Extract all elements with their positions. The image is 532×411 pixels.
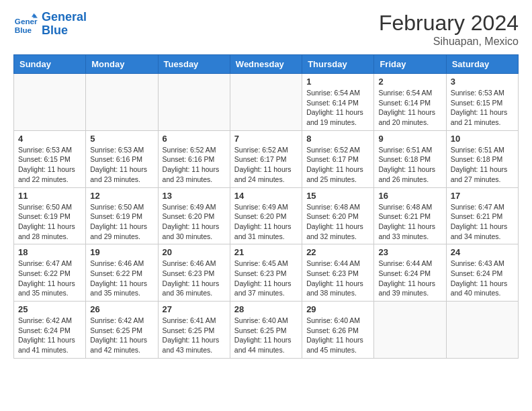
day-number: 19: [90, 247, 153, 257]
calendar-cell: 2Sunrise: 6:54 AM Sunset: 6:14 PM Daylig…: [374, 74, 446, 131]
calendar-cell: 28Sunrise: 6:40 AM Sunset: 6:25 PM Dayli…: [230, 302, 302, 359]
day-header-monday: Monday: [86, 55, 158, 74]
calendar-cell: [86, 74, 158, 131]
day-number: 22: [306, 247, 369, 257]
day-info: Sunrise: 6:44 AM Sunset: 6:23 PM Dayligh…: [306, 259, 369, 298]
week-row-5: 25Sunrise: 6:42 AM Sunset: 6:24 PM Dayli…: [14, 302, 519, 359]
day-info: Sunrise: 6:53 AM Sunset: 6:16 PM Dayligh…: [90, 145, 153, 185]
day-info: Sunrise: 6:49 AM Sunset: 6:20 PM Dayligh…: [234, 202, 298, 242]
calendar-cell: 24Sunrise: 6:43 AM Sunset: 6:24 PM Dayli…: [446, 244, 518, 302]
day-number: 4: [18, 134, 81, 144]
day-number: 5: [90, 134, 153, 144]
header: General Blue General Blue February 2024 …: [13, 11, 519, 48]
day-number: 13: [163, 191, 226, 201]
day-number: 23: [378, 247, 441, 257]
calendar-title: February 2024: [379, 11, 519, 36]
day-header-friday: Friday: [374, 55, 446, 74]
week-row-2: 4Sunrise: 6:53 AM Sunset: 6:15 PM Daylig…: [14, 130, 519, 187]
day-info: Sunrise: 6:41 AM Sunset: 6:25 PM Dayligh…: [163, 316, 226, 355]
day-number: 6: [163, 134, 226, 144]
day-info: Sunrise: 6:40 AM Sunset: 6:25 PM Dayligh…: [234, 316, 298, 355]
calendar-cell: [230, 74, 302, 131]
calendar-header-row: SundayMondayTuesdayWednesdayThursdayFrid…: [14, 55, 519, 74]
logo-line1: General: [42, 10, 87, 24]
day-number: 20: [163, 247, 226, 257]
calendar-cell: 17Sunrise: 6:47 AM Sunset: 6:21 PM Dayli…: [446, 187, 518, 244]
day-number: 29: [306, 304, 369, 314]
calendar-cell: 3Sunrise: 6:53 AM Sunset: 6:15 PM Daylig…: [446, 74, 518, 131]
day-info: Sunrise: 6:52 AM Sunset: 6:17 PM Dayligh…: [234, 145, 298, 185]
day-info: Sunrise: 6:53 AM Sunset: 6:15 PM Dayligh…: [18, 145, 81, 185]
day-number: 16: [378, 191, 441, 201]
day-header-wednesday: Wednesday: [230, 55, 302, 74]
day-number: 27: [163, 304, 226, 314]
day-info: Sunrise: 6:54 AM Sunset: 6:14 PM Dayligh…: [378, 88, 441, 128]
day-info: Sunrise: 6:52 AM Sunset: 6:17 PM Dayligh…: [306, 145, 369, 185]
week-row-1: 1Sunrise: 6:54 AM Sunset: 6:14 PM Daylig…: [14, 74, 519, 131]
day-number: 21: [234, 247, 298, 257]
day-header-tuesday: Tuesday: [158, 55, 230, 74]
day-number: 1: [306, 77, 369, 87]
day-number: 15: [306, 191, 369, 201]
day-info: Sunrise: 6:50 AM Sunset: 6:19 PM Dayligh…: [18, 202, 81, 242]
logo: General Blue General Blue: [13, 11, 87, 38]
day-info: Sunrise: 6:54 AM Sunset: 6:14 PM Dayligh…: [306, 88, 369, 128]
calendar-cell: 8Sunrise: 6:52 AM Sunset: 6:17 PM Daylig…: [302, 130, 374, 187]
week-row-4: 18Sunrise: 6:47 AM Sunset: 6:22 PM Dayli…: [14, 244, 519, 302]
calendar-cell: 27Sunrise: 6:41 AM Sunset: 6:25 PM Dayli…: [158, 302, 230, 359]
day-info: Sunrise: 6:43 AM Sunset: 6:24 PM Dayligh…: [451, 259, 514, 298]
day-number: 14: [234, 191, 298, 201]
calendar-cell: 14Sunrise: 6:49 AM Sunset: 6:20 PM Dayli…: [230, 187, 302, 244]
calendar-cell: 26Sunrise: 6:42 AM Sunset: 6:25 PM Dayli…: [86, 302, 158, 359]
day-number: 2: [378, 77, 441, 87]
day-number: 12: [90, 191, 153, 201]
day-header-saturday: Saturday: [446, 55, 518, 74]
day-info: Sunrise: 6:50 AM Sunset: 6:19 PM Dayligh…: [90, 202, 153, 242]
calendar-cell: 25Sunrise: 6:42 AM Sunset: 6:24 PM Dayli…: [14, 302, 86, 359]
calendar-cell: 18Sunrise: 6:47 AM Sunset: 6:22 PM Dayli…: [14, 244, 86, 302]
day-number: 17: [451, 191, 514, 201]
day-number: 9: [378, 134, 441, 144]
calendar-cell: 1Sunrise: 6:54 AM Sunset: 6:14 PM Daylig…: [302, 74, 374, 131]
day-number: 11: [18, 191, 81, 201]
day-info: Sunrise: 6:52 AM Sunset: 6:16 PM Dayligh…: [163, 145, 226, 185]
day-info: Sunrise: 6:49 AM Sunset: 6:20 PM Dayligh…: [163, 202, 226, 242]
day-header-thursday: Thursday: [302, 55, 374, 74]
calendar-table: SundayMondayTuesdayWednesdayThursdayFrid…: [13, 54, 519, 359]
day-info: Sunrise: 6:40 AM Sunset: 6:26 PM Dayligh…: [306, 316, 369, 355]
calendar-cell: 19Sunrise: 6:46 AM Sunset: 6:22 PM Dayli…: [86, 244, 158, 302]
day-info: Sunrise: 6:46 AM Sunset: 6:23 PM Dayligh…: [163, 259, 226, 298]
day-info: Sunrise: 6:45 AM Sunset: 6:23 PM Dayligh…: [234, 259, 298, 298]
calendar-cell: 13Sunrise: 6:49 AM Sunset: 6:20 PM Dayli…: [158, 187, 230, 244]
calendar-cell: 6Sunrise: 6:52 AM Sunset: 6:16 PM Daylig…: [158, 130, 230, 187]
day-number: 8: [306, 134, 369, 144]
calendar-cell: [374, 302, 446, 359]
logo-text: General Blue: [42, 11, 87, 38]
calendar-cell: 11Sunrise: 6:50 AM Sunset: 6:19 PM Dayli…: [14, 187, 86, 244]
svg-text:Blue: Blue: [15, 25, 32, 34]
day-info: Sunrise: 6:47 AM Sunset: 6:21 PM Dayligh…: [451, 202, 514, 242]
calendar-cell: 12Sunrise: 6:50 AM Sunset: 6:19 PM Dayli…: [86, 187, 158, 244]
calendar-cell: 5Sunrise: 6:53 AM Sunset: 6:16 PM Daylig…: [86, 130, 158, 187]
day-number: 26: [90, 304, 153, 314]
calendar-cell: 15Sunrise: 6:48 AM Sunset: 6:20 PM Dayli…: [302, 187, 374, 244]
day-header-sunday: Sunday: [14, 55, 86, 74]
page: General Blue General Blue February 2024 …: [0, 0, 532, 369]
day-info: Sunrise: 6:53 AM Sunset: 6:15 PM Dayligh…: [451, 88, 514, 128]
day-info: Sunrise: 6:46 AM Sunset: 6:22 PM Dayligh…: [90, 259, 153, 298]
calendar-cell: 23Sunrise: 6:44 AM Sunset: 6:24 PM Dayli…: [374, 244, 446, 302]
day-number: 25: [18, 304, 81, 314]
calendar-cell: 10Sunrise: 6:51 AM Sunset: 6:18 PM Dayli…: [446, 130, 518, 187]
day-info: Sunrise: 6:51 AM Sunset: 6:18 PM Dayligh…: [378, 145, 441, 185]
calendar-cell: 16Sunrise: 6:48 AM Sunset: 6:21 PM Dayli…: [374, 187, 446, 244]
logo-icon: General Blue: [13, 12, 38, 36]
calendar-cell: 21Sunrise: 6:45 AM Sunset: 6:23 PM Dayli…: [230, 244, 302, 302]
calendar-cell: [446, 302, 518, 359]
logo-line2: Blue: [42, 24, 68, 37]
day-number: 10: [451, 134, 514, 144]
calendar-cell: [158, 74, 230, 131]
calendar-subtitle: Sihuapan, Mexico: [379, 36, 519, 48]
day-info: Sunrise: 6:47 AM Sunset: 6:22 PM Dayligh…: [18, 259, 81, 298]
day-info: Sunrise: 6:51 AM Sunset: 6:18 PM Dayligh…: [451, 145, 514, 185]
calendar-cell: [14, 74, 86, 131]
